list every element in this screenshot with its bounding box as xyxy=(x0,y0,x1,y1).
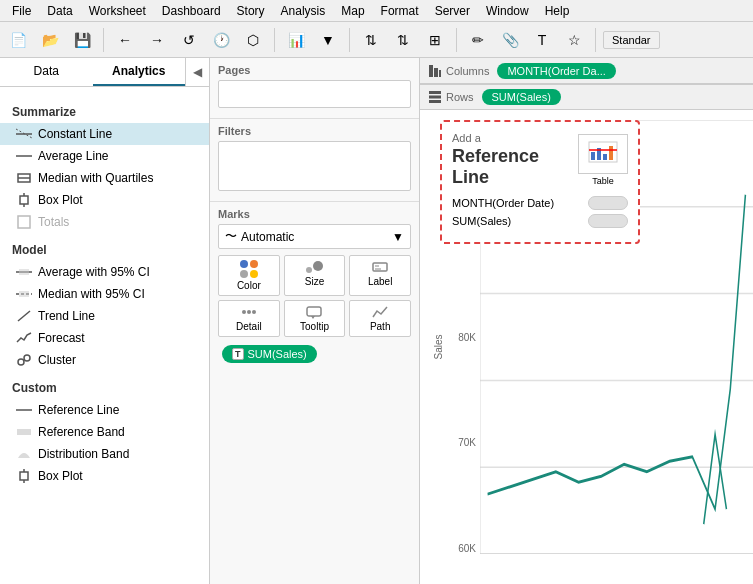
t-badge: T xyxy=(232,348,244,360)
menu-dashboard[interactable]: Dashboard xyxy=(154,2,229,20)
chart-btn2[interactable]: ▼ xyxy=(314,26,342,54)
dialog-field1-label: MONTH(Order Date) xyxy=(452,197,554,209)
sort-desc[interactable]: ⇅ xyxy=(389,26,417,54)
marks-type-dropdown[interactable]: 〜 Automatic ▼ xyxy=(218,224,411,249)
marks-detail-btn[interactable]: Detail xyxy=(218,300,280,337)
reference-line-dialog: Add a Reference Line xyxy=(440,120,640,244)
pages-dropzone[interactable] xyxy=(218,80,411,108)
menu-worksheet[interactable]: Worksheet xyxy=(81,2,154,20)
dialog-icon-container: Table xyxy=(578,134,628,186)
distribution-band-label: Distribution Band xyxy=(38,447,129,461)
median-95ci-label: Median with 95% CI xyxy=(38,287,145,301)
menu-data[interactable]: Data xyxy=(39,2,80,20)
marks-color-btn[interactable]: Color xyxy=(218,255,280,296)
tab-analytics[interactable]: Analytics xyxy=(93,58,186,86)
svg-marker-30 xyxy=(311,316,315,319)
filters-label: Filters xyxy=(218,125,411,137)
new-button[interactable]: 📄 xyxy=(4,26,32,54)
pen-btn[interactable]: ✏ xyxy=(464,26,492,54)
dialog-toggle2[interactable] xyxy=(588,214,628,228)
chart-area: Columns MONTH(Order Da... Rows SUM(Sales… xyxy=(420,58,753,584)
view-badge[interactable]: Standar xyxy=(603,31,660,49)
rows-pill[interactable]: SUM(Sales) xyxy=(482,89,561,105)
filters-dropzone[interactable] xyxy=(218,141,411,191)
sidebar-item-box-plot[interactable]: Box Plot xyxy=(0,189,209,211)
svg-rect-10 xyxy=(19,269,29,275)
open-button[interactable]: 📂 xyxy=(36,26,64,54)
svg-rect-32 xyxy=(434,68,438,77)
svg-point-26 xyxy=(242,310,246,314)
sidebar-collapse-btn[interactable]: ◀ xyxy=(185,58,209,86)
menu-window[interactable]: Window xyxy=(478,2,537,20)
refresh-button[interactable]: ↺ xyxy=(175,26,203,54)
svg-rect-18 xyxy=(20,472,28,480)
marks-wave-icon: 〜 xyxy=(225,228,237,245)
filters-section: Filters xyxy=(210,119,419,202)
menu-story[interactable]: Story xyxy=(229,2,273,20)
dialog-row-field1: MONTH(Order Date) xyxy=(452,196,628,210)
pin-btn[interactable]: 📎 xyxy=(496,26,524,54)
sort-asc[interactable]: ⇅ xyxy=(357,26,385,54)
menu-server[interactable]: Server xyxy=(427,2,478,20)
sidebar-item-trend-line[interactable]: Trend Line xyxy=(0,305,209,327)
menu-file[interactable]: File xyxy=(4,2,39,20)
sidebar-item-constant-line[interactable]: Constant Line xyxy=(0,123,209,145)
text-btn[interactable]: T xyxy=(528,26,556,54)
model-header: Model xyxy=(0,239,209,261)
sum-sales-pill[interactable]: T SUM(Sales) xyxy=(222,345,317,363)
marks-label: Marks xyxy=(218,208,411,220)
marks-type-value: Automatic xyxy=(241,230,294,244)
path-label: Path xyxy=(370,321,391,332)
marks-size-btn[interactable]: Size xyxy=(284,255,346,296)
chart-btn1[interactable]: 📊 xyxy=(282,26,310,54)
rows-shelf: Rows SUM(Sales) xyxy=(420,84,753,110)
connect-button[interactable]: ⬡ xyxy=(239,26,267,54)
svg-rect-17 xyxy=(17,429,31,435)
menu-format[interactable]: Format xyxy=(373,2,427,20)
star-btn[interactable]: ☆ xyxy=(560,26,588,54)
average-line-icon xyxy=(16,148,32,164)
history-button[interactable]: 🕐 xyxy=(207,26,235,54)
marks-path-btn[interactable]: Path xyxy=(349,300,411,337)
marks-label-btn[interactable]: Label xyxy=(349,255,411,296)
redo-button[interactable]: → xyxy=(143,26,171,54)
sidebar-item-avg-95ci[interactable]: Average with 95% CI xyxy=(0,261,209,283)
dialog-heading: Reference Line xyxy=(452,146,578,188)
columns-pill[interactable]: MONTH(Order Da... xyxy=(497,63,615,79)
svg-rect-47 xyxy=(603,154,607,160)
sep4 xyxy=(456,28,457,52)
sidebar-item-forecast[interactable]: Forecast xyxy=(0,327,209,349)
tab-data[interactable]: Data xyxy=(0,58,93,86)
dot-yellow xyxy=(250,270,258,278)
cluster-label: Cluster xyxy=(38,353,76,367)
rows-label: Rows xyxy=(446,91,474,103)
sidebar-item-totals[interactable]: Totals xyxy=(0,211,209,233)
dialog-toggle1[interactable] xyxy=(588,196,628,210)
svg-rect-29 xyxy=(307,307,321,316)
menu-analysis[interactable]: Analysis xyxy=(273,2,334,20)
size-icon xyxy=(305,260,323,274)
sidebar-item-reference-line[interactable]: Reference Line xyxy=(0,399,209,421)
format-btn[interactable]: ⊞ xyxy=(421,26,449,54)
sidebar-item-cluster[interactable]: Cluster xyxy=(0,349,209,371)
sidebar-item-median-95ci[interactable]: Median with 95% CI xyxy=(0,283,209,305)
sep1 xyxy=(103,28,104,52)
detail-label: Detail xyxy=(236,321,262,332)
dot-gray xyxy=(240,270,248,278)
svg-rect-33 xyxy=(439,70,441,77)
sidebar-item-custom-box-plot[interactable]: Box Plot xyxy=(0,465,209,487)
svg-rect-5 xyxy=(20,196,28,204)
color-label: Color xyxy=(237,280,261,291)
sidebar-item-distribution-band[interactable]: Distribution Band xyxy=(0,443,209,465)
save-button[interactable]: 💾 xyxy=(68,26,96,54)
undo-button[interactable]: ← xyxy=(111,26,139,54)
menu-map[interactable]: Map xyxy=(333,2,372,20)
sidebar-item-reference-band[interactable]: Reference Band xyxy=(0,421,209,443)
dot-blue xyxy=(240,260,248,268)
sidebar-item-median-quartiles[interactable]: Median with Quartiles xyxy=(0,167,209,189)
sidebar-item-average-line[interactable]: Average Line xyxy=(0,145,209,167)
marks-tooltip-btn[interactable]: Tooltip xyxy=(284,300,346,337)
columns-label: Columns xyxy=(446,65,489,77)
menu-help[interactable]: Help xyxy=(537,2,578,20)
rows-label-icon: Rows xyxy=(428,90,474,104)
